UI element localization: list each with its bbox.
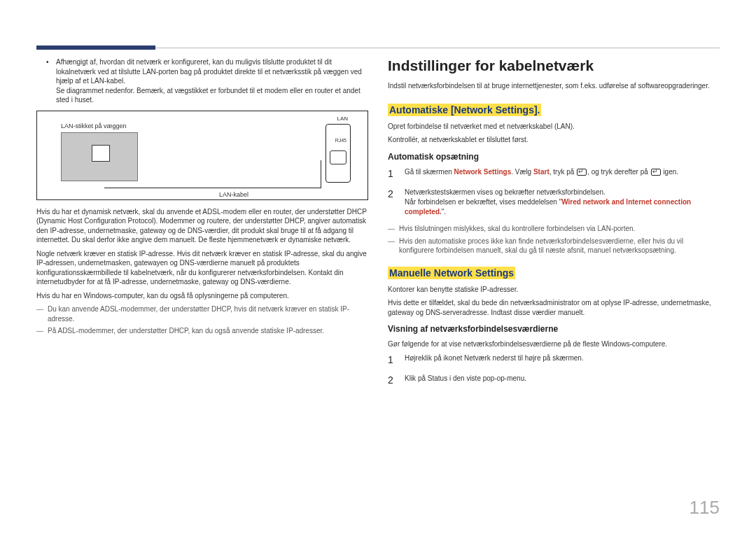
wall-socket-label: LAN-stikket på væggen [61, 122, 127, 129]
view-values-steps: 1 Højreklik på ikonet Netværk nederst ti… [388, 353, 720, 388]
step-number: 1 [388, 167, 398, 181]
paragraph: Hvis du har en Windows-computer, kan du … [36, 291, 368, 301]
bullet-text: Afhængigt af, hvordan dit netværk er kon… [56, 58, 362, 85]
paragraph: Hvis du har et dynamisk netværk, skal du… [36, 207, 368, 245]
step-item: 2 Klik på Status i den viste pop-op-menu… [388, 374, 720, 388]
lan-cable-line [104, 160, 321, 188]
step-item: 1 Gå til skærmen Network Settings. Vælg … [388, 167, 720, 181]
page-number: 115 [690, 497, 720, 519]
step-number: 2 [388, 374, 398, 388]
note-item: På ADSL-modemmer, der understøtter DHCP,… [36, 326, 368, 336]
paragraph: Hvis dette er tilfældet, skal du bede di… [388, 298, 720, 317]
wiring-diagram: LAN-stikket på væggen LAN-kabel LAN RJ45 [36, 111, 368, 200]
paragraph: Kontrollér, at netværkskablet er tilslut… [388, 135, 720, 145]
right-column: Indstillinger for kabelnetværk Indstil n… [388, 57, 720, 395]
ui-term: Start [533, 168, 550, 176]
step-text: Højreklik på ikonet Netværk nederst til … [405, 353, 584, 367]
paragraph: Kontorer kan benytte statiske IP-adresse… [388, 285, 720, 295]
step-item: 1 Højreklik på ikonet Netværk nederst ti… [388, 353, 720, 367]
intro-paragraph: Indstil netværksforbindelsen til at brug… [388, 81, 720, 91]
enter-key-icon [651, 169, 661, 176]
rj45-label: RJ45 [335, 138, 346, 143]
lan-cable-label: LAN-kabel [219, 191, 248, 198]
two-column-layout: Afhængigt af, hvordan dit netværk er kon… [36, 57, 720, 395]
modem-lan-label: LAN [337, 115, 348, 122]
ui-term: Network Settings [454, 168, 512, 176]
step-text: Gå til skærmen Network Settings. Vælg St… [405, 167, 678, 181]
step-text: Klik på Status i den viste pop-op-menu. [405, 374, 526, 388]
step-number: 2 [388, 188, 398, 217]
rj45-port-icon [330, 150, 346, 164]
left-column: Afhængigt af, hvordan dit netværk er kon… [36, 57, 368, 395]
step-item: 2 Netværkstestskærmen vises og bekræfter… [388, 188, 720, 217]
paragraph: Nogle netværk kræver en statisk IP-adres… [36, 249, 368, 287]
section-heading-manual: Manuelle Network Settings [388, 267, 515, 279]
page-title: Indstillinger for kabelnetværk [388, 57, 720, 74]
note-item: Hvis den automatiske proces ikke kan fin… [388, 237, 720, 255]
step-number: 1 [388, 353, 398, 367]
enter-key-icon [577, 169, 587, 176]
intro-bullet-list: Afhængigt af, hvordan dit netværk er kon… [46, 57, 368, 105]
bullet-subtext: Se diagrammet nedenfor. Bemærk, at vægst… [56, 87, 360, 104]
section-heading-auto: Automatiske [Network Settings]. [388, 104, 541, 116]
header-accent-bar [36, 45, 155, 50]
auto-setup-steps: 1 Gå til skærmen Network Settings. Vælg … [388, 167, 720, 218]
paragraph: Gør følgende for at vise netværksforbind… [388, 339, 720, 349]
bullet-item: Afhængigt af, hvordan dit netværk er kon… [46, 57, 368, 105]
subsection-heading: Automatisk opsætning [388, 152, 720, 162]
step-text: Netværkstestskærmen vises og bekræfter n… [405, 188, 720, 217]
note-item: Hvis tilslutningen mislykkes, skal du ko… [388, 224, 720, 234]
subsection-heading: Visning af netværksforbindelsesværdierne [388, 324, 720, 334]
wall-jack-icon [92, 145, 110, 162]
note-item: Du kan anvende ADSL-modemmer, der unders… [36, 304, 368, 323]
paragraph: Opret forbindelse til netværket med et n… [388, 122, 720, 132]
